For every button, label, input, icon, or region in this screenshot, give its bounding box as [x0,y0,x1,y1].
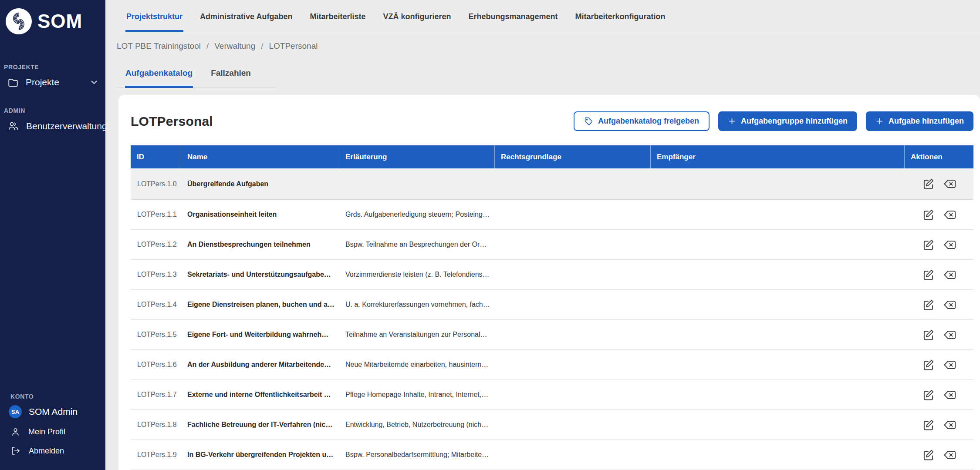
cell-name: Sekretariats- und Unterstützungsaufgaben… [181,271,339,279]
sidebar-item-label: Mein Profil [28,427,65,436]
delete-row-button[interactable] [943,208,957,222]
app-logo[interactable]: SOM [0,0,105,39]
cell-id: LOTPers.1.0 [131,180,181,188]
cell-erlaeuterung: Bspw. Teilnahme an Besprechungen der Org… [339,241,494,248]
sidebar-item-projekte[interactable]: Projekte [0,70,105,94]
sidebar-section-konto: KONTO [0,393,105,400]
edit-row-button[interactable] [921,238,936,252]
edit-row-button[interactable] [921,358,936,372]
breadcrumb-item[interactable]: LOT PBE Trainingstool [117,41,201,51]
column-header: Empfänger [650,145,904,168]
cell-actions [904,177,973,191]
table-row: LOTPers.1.9 In BG-Verkehr übergreifenden… [131,440,973,470]
breadcrumb-item[interactable]: Verwaltung [214,41,255,51]
sub-tab[interactable]: Fallzahlen [211,68,251,87]
cell-erlaeuterung: Entwicklung, Betrieb, Nutzerbetreuung (n… [339,421,494,429]
delete-row-button[interactable] [943,328,957,342]
edit-row-button[interactable] [921,388,936,402]
edit-row-button[interactable] [921,268,936,282]
sidebar-item-abmelden[interactable]: Abmelden [0,441,105,460]
plus-icon [875,117,884,125]
sidebar-item-label: Benutzerverwaltung [26,121,107,131]
sidebar-item-label: Projekte [26,77,59,87]
breadcrumb-separator: / [261,41,263,51]
button-label: Aufgabenkatalog freigeben [598,117,699,126]
button-label: Aufgabengruppe hinzufügen [741,117,848,126]
cell-erlaeuterung: Grds. Aufgabenerledigung steuern; Postei… [339,211,494,218]
cell-actions [904,268,973,282]
backspace-delete-icon [943,238,957,252]
delete-row-button[interactable] [943,268,957,282]
delete-row-button[interactable] [943,388,957,402]
sidebar-item-mein-profil[interactable]: Mein Profil [0,423,105,441]
plus-icon [728,117,736,125]
top-tab[interactable]: Administrative Aufgaben [199,12,293,32]
card-header: LOTPersonal Aufgabenkatalog freigeben Au… [131,95,973,131]
column-header: Aktionen [904,145,973,168]
edit-icon [921,208,936,222]
cell-name: Eigene Dienstreisen planen, buchen und a… [181,301,339,309]
cell-id: LOTPers.1.4 [131,301,181,309]
cell-id: LOTPers.1.9 [131,451,181,459]
backspace-delete-icon [943,448,957,462]
cell-actions [904,448,973,462]
release-catalog-button[interactable]: Aufgabenkatalog freigeben [574,111,710,131]
delete-row-button[interactable] [943,177,957,191]
edit-icon [921,418,936,432]
page-title: LOTPersonal [131,114,213,129]
edit-icon [921,358,936,372]
delete-row-button[interactable] [943,448,957,462]
delete-row-button[interactable] [943,238,957,252]
add-task-group-button[interactable]: Aufgabengruppe hinzufügen [718,111,857,131]
cell-id: LOTPers.1.1 [131,211,181,218]
table-row: LOTPers.1.2 An Dienstbesprechungen teiln… [131,230,973,260]
sub-tabs: Aufgabenkatalog Fallzahlen [117,68,276,88]
cell-name: An der Ausbildung anderer Mitarbeitenden… [181,361,339,369]
cell-actions [904,388,973,402]
top-tab[interactable]: Mitarbeiterkonfiguration [574,12,666,32]
cell-name: An Dienstbesprechungen teilnehmen [181,241,339,248]
top-tab[interactable]: Projektstruktur [125,12,183,32]
add-task-button[interactable]: Aufgabe hinzufügen [866,111,973,131]
task-table: ID Name Erläuterung Rechtsgrundlage Empf… [131,145,973,470]
account-row[interactable]: SA SOM Admin [0,400,105,423]
cell-name: Organisationseinheit leiten [181,211,339,218]
person-icon [10,427,20,437]
cell-id: LOTPers.1.3 [131,271,181,279]
column-header: Name [181,145,339,168]
table-row: LOTPers.1.3 Sekretariats- und Unterstütz… [131,260,973,290]
edit-row-button[interactable] [921,208,936,222]
chevron-down-icon [89,77,99,87]
cell-id: LOTPers.1.2 [131,241,181,248]
column-header: Rechtsgrundlage [494,145,650,168]
cell-actions [904,208,973,222]
edit-row-button[interactable] [921,298,936,312]
top-tab[interactable]: VZÄ konfigurieren [382,12,452,32]
edit-row-button[interactable] [921,177,936,191]
edit-row-button[interactable] [921,328,936,342]
edit-icon [921,298,936,312]
delete-row-button[interactable] [943,298,957,312]
top-tab[interactable]: Mitarbeiterliste [309,12,366,32]
button-label: Aufgabe hinzufügen [889,117,964,126]
sidebar-item-benutzerverwaltung[interactable]: Benutzerverwaltung [0,114,105,138]
top-tab[interactable]: Erhebungsmanagement [467,12,558,32]
edit-row-button[interactable] [921,448,936,462]
som-logo-icon [5,8,32,35]
cell-erlaeuterung: U. a. Korrekturerfassungen vornehmen, fa… [339,301,494,309]
cell-erlaeuterung: Pflege Homepage-Inhalte, Intranet, Inter… [339,391,494,399]
table-row: LOTPers.1.8 Fachliche Betreuung der IT-V… [131,410,973,440]
toolbar: Aufgabenkatalog freigeben Aufgabengruppe… [574,111,973,131]
cell-id: LOTPers.1.5 [131,331,181,339]
backspace-delete-icon [943,388,957,402]
cell-id: LOTPers.1.7 [131,391,181,399]
sub-tab[interactable]: Aufgabenkatalog [125,68,193,87]
delete-row-button[interactable] [943,358,957,372]
backspace-delete-icon [943,298,957,312]
cell-actions [904,328,973,342]
delete-row-button[interactable] [943,418,957,432]
cell-erlaeuterung: Bspw. Personalbedarfsermittlung; Mitarbe… [339,451,494,459]
breadcrumb-item[interactable]: LOTPersonal [269,41,318,51]
sidebar-spacer [0,138,105,393]
edit-row-button[interactable] [921,418,936,432]
